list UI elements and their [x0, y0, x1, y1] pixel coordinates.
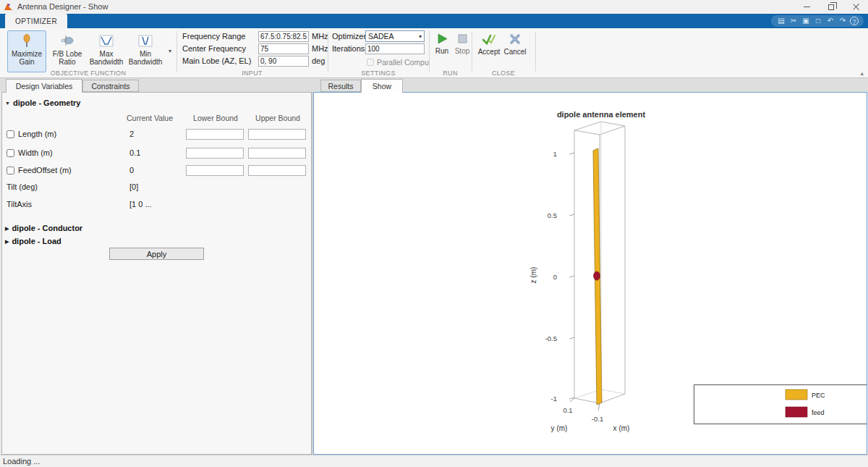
cut-icon[interactable]: ✂ [788, 15, 799, 27]
max-bandwidth-label: Max Bandwidth [88, 50, 125, 66]
conductor-section-header[interactable]: ▶dipole - Conductor [5, 224, 82, 232]
undo-icon[interactable]: ↶ [825, 15, 835, 27]
tab-constraints[interactable]: Constraints [82, 80, 139, 92]
x-axis-label: x (m) [613, 424, 630, 432]
section-label-run: RUN [429, 70, 472, 77]
frequency-range-unit: MHz [312, 31, 328, 42]
legend-label-pec: PEC [812, 392, 825, 399]
feed-point [594, 272, 600, 280]
copy-icon[interactable]: ▣ [801, 15, 811, 27]
max-bandwidth-button[interactable]: Max Bandwidth [87, 30, 126, 72]
z-tick: 1 [553, 150, 557, 158]
frequency-range-label: Frequency Range [182, 31, 245, 42]
minimize-button[interactable] [794, 0, 819, 14]
cancel-x-icon [509, 33, 522, 46]
maximize-gain-label: Maximize Gain [8, 50, 46, 66]
window-controls [794, 0, 868, 14]
main-lobe-input[interactable] [258, 56, 309, 67]
settings-section: Optimizer SADEA ▾ Iterations Parallel Co… [328, 28, 429, 73]
close-button[interactable] [843, 0, 868, 14]
optimizer-select[interactable]: SADEA ▾ [365, 30, 425, 42]
section-label-objective: OBJECTIVE FUNCTION [0, 70, 176, 77]
restore-button[interactable] [819, 0, 843, 14]
restore-icon [828, 4, 834, 10]
plot-legend: PEC feed [694, 385, 867, 424]
parallel-computing-checkbox[interactable] [367, 59, 374, 66]
length-lower-bound-input[interactable] [186, 129, 244, 140]
frequency-range-input[interactable] [258, 31, 309, 42]
quick-access-toolbar: ▤ ✂ ▣ □ ↶ ↷ ? [771, 15, 864, 27]
iterations-label: Iterations [332, 43, 365, 54]
z-axis-label: z (m) [529, 267, 537, 284]
cancel-label: Cancel [503, 48, 526, 56]
apply-button[interactable]: Apply [109, 248, 204, 260]
z-tick: -1 [551, 395, 557, 403]
stop-button[interactable]: Stop [453, 33, 472, 55]
status-bar: Loading ... [0, 455, 868, 467]
optimizer-selected-value: SADEA [368, 32, 394, 41]
ribbon-collapse-button[interactable]: ▴ [860, 70, 864, 77]
geometry-section-header[interactable]: ▼dipole - Geometry [5, 98, 80, 107]
paste-icon[interactable]: □ [813, 15, 823, 27]
load-section-header[interactable]: ▶dipole - Load [5, 237, 61, 245]
column-header-current-value: Current Value [109, 114, 190, 122]
show-panel: dipole antenna element 1 0.5 0 -0.5 [313, 92, 867, 455]
design-variables-panel: ▼dipole - Geometry Current Value Lower B… [1, 92, 312, 455]
width-checkbox[interactable] [7, 149, 14, 157]
length-checkbox[interactable] [7, 130, 14, 138]
tilt-label: Tilt (deg) [7, 182, 38, 191]
section-label-close: CLOSE [472, 70, 535, 77]
center-frequency-label: Center Frequency [182, 43, 246, 54]
length-upper-bound-input[interactable] [248, 129, 306, 140]
collapsed-icon: ▶ [5, 226, 9, 231]
tab-results[interactable]: Results [320, 80, 361, 92]
save-icon[interactable]: ▤ [776, 15, 786, 27]
z-tick: -0.5 [545, 335, 557, 342]
center-frequency-input[interactable] [258, 43, 309, 54]
accept-check-icon [482, 33, 496, 46]
accept-button[interactable]: Accept [475, 33, 503, 56]
z-tick: 0 [553, 273, 557, 281]
section-label-settings: SETTINGS [328, 70, 429, 77]
tab-optimizer[interactable]: OPTIMIZER [5, 14, 67, 28]
help-icon[interactable]: ? [850, 17, 859, 25]
minimize-icon [804, 7, 810, 7]
antenna-3d-plot[interactable]: dipole antenna element 1 0.5 0 -0.5 [314, 93, 867, 454]
fb-lobe-ratio-button[interactable]: F/B Lobe Ratio [48, 30, 87, 72]
iterations-input[interactable] [365, 43, 425, 54]
feedoffset-upper-bound-input[interactable] [248, 165, 306, 176]
status-text: Loading ... [3, 457, 40, 466]
feedoffset-lower-bound-input[interactable] [186, 165, 244, 176]
maximize-gain-button[interactable]: Maximize Gain [7, 30, 46, 72]
tab-show[interactable]: Show [361, 79, 403, 93]
plot-title: dipole antenna element [557, 110, 646, 119]
legend-swatch-feed [786, 407, 807, 417]
run-button[interactable]: Run [433, 33, 451, 55]
matlab-app-icon [4, 2, 13, 12]
parallel-computing-label: Parallel Computing [377, 58, 429, 67]
feedoffset-checkbox[interactable] [7, 167, 14, 174]
document-tab-bar: Design Variables Constraints Results Sho… [0, 78, 868, 92]
feedoffset-current-value: 0 [129, 166, 134, 174]
cancel-button[interactable]: Cancel [501, 33, 529, 56]
width-label: Width (m) [18, 148, 53, 157]
title-bar: Antenna Designer - Show [0, 0, 868, 14]
length-current-value: 2 [129, 130, 134, 138]
tiltaxis-current-value: [1 0 ... [129, 200, 152, 209]
objective-gallery-dropdown[interactable]: ▾ [169, 48, 171, 54]
max-bandwidth-icon [99, 34, 114, 49]
center-frequency-unit: MHz [312, 43, 328, 54]
legend-swatch-pec [786, 390, 807, 400]
width-upper-bound-input[interactable] [248, 148, 306, 159]
redo-icon[interactable]: ↷ [838, 15, 848, 27]
main-lobe-unit: deg [312, 56, 325, 67]
min-bandwidth-button[interactable]: Min Bandwidth [126, 30, 165, 72]
stop-label: Stop [455, 47, 470, 55]
collapsed-icon: ▶ [5, 239, 9, 244]
length-label: Length (m) [18, 130, 56, 138]
width-lower-bound-input[interactable] [186, 148, 244, 159]
optimizer-label: Optimizer [332, 31, 366, 42]
stop-icon [456, 33, 469, 45]
min-bandwidth-label: Min Bandwidth [127, 50, 164, 66]
tab-design-variables[interactable]: Design Variables [6, 79, 82, 93]
